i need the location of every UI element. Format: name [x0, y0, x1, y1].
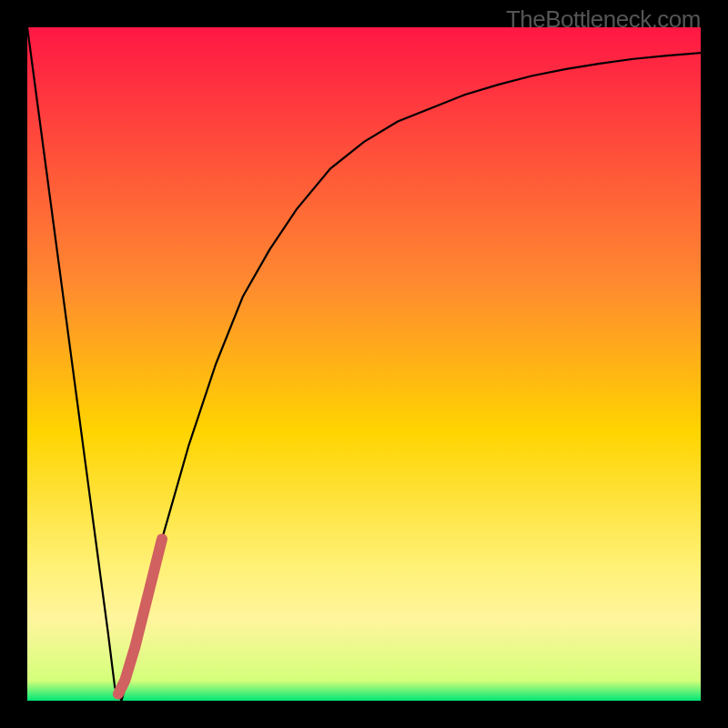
bottleneck-chart	[27, 27, 701, 701]
chart-frame: TheBottleneck.com	[0, 0, 728, 728]
gradient-background	[27, 27, 701, 701]
